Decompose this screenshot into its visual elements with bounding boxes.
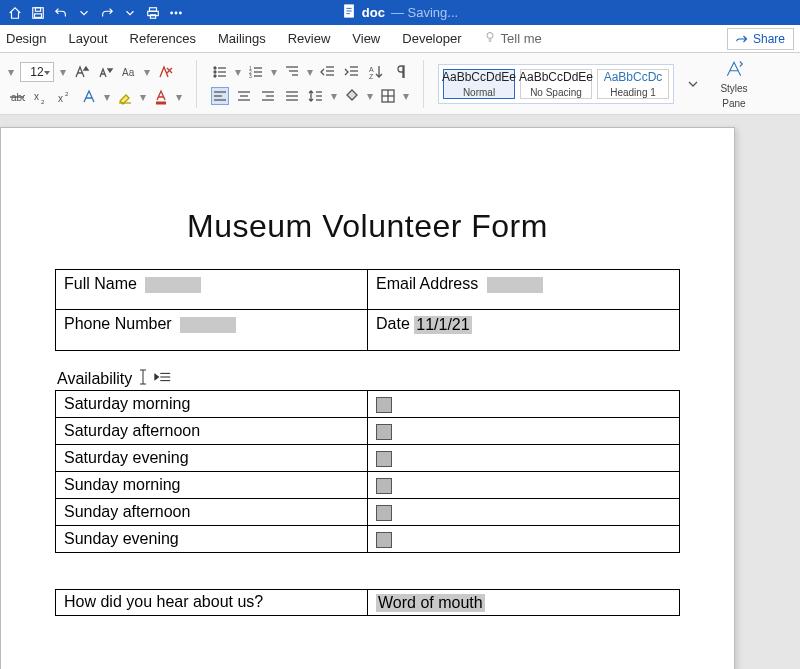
tab-references[interactable]: References [130,31,196,46]
tab-review[interactable]: Review [288,31,331,46]
sort-icon[interactable]: AZ [367,63,385,81]
availability-slot[interactable]: Saturday evening [56,444,368,471]
home-icon[interactable] [8,6,22,20]
availability-slot[interactable]: Saturday morning [56,390,368,417]
checkbox[interactable] [376,478,392,494]
increase-indent-icon[interactable] [343,63,361,81]
styles-more-icon[interactable] [684,75,702,93]
borders-icon[interactable] [379,87,397,105]
availability-check-cell[interactable] [368,525,680,552]
line-spacing-icon[interactable] [307,87,325,105]
style-heading-1[interactable]: AaBbCcDc Heading 1 [597,69,669,99]
tab-layout[interactable]: Layout [68,31,107,46]
paragraph-marks-icon[interactable] [391,63,409,81]
document-canvas[interactable]: Museum Volunteer Form Full Name Email Ad… [0,115,800,669]
email-cell[interactable]: Email Address [368,270,680,310]
menu-bar: Design Layout References Mailings Review… [0,25,800,53]
ribbon: ▾ 12 ▾ Aa ▾ abc x2 x2 ▾ ▾ ▾ ▾ 123▾ [0,53,800,115]
multilevel-list-icon[interactable] [283,63,301,81]
styles-pane-button[interactable]: Styles Pane [712,59,756,109]
full-name-field[interactable] [145,277,201,293]
availability-check-cell[interactable] [368,390,680,417]
decrease-font-icon[interactable] [96,63,114,81]
font-color-icon[interactable] [152,88,170,106]
svg-point-8 [180,12,182,14]
numbering-icon[interactable]: 123 [247,63,265,81]
word-doc-icon [342,4,356,21]
align-center-icon[interactable] [235,87,253,105]
availability-check-cell[interactable] [368,417,680,444]
svg-rect-9 [344,5,353,17]
availability-check-cell[interactable] [368,498,680,525]
decrease-indent-icon[interactable] [319,63,337,81]
change-case-icon[interactable]: Aa [120,63,138,81]
print-icon[interactable] [146,6,160,20]
justify-icon[interactable] [283,87,301,105]
availability-slot[interactable]: Sunday evening [56,525,368,552]
date-field[interactable]: 11/1/21 [414,316,471,334]
svg-text:Z: Z [369,73,374,80]
tab-design[interactable]: Design [6,31,46,46]
clear-formatting-icon[interactable] [156,63,174,81]
checkbox[interactable] [376,424,392,440]
undo-icon[interactable] [54,6,68,20]
availability-check-cell[interactable] [368,471,680,498]
font-size-selector[interactable]: 12 [20,62,54,82]
availability-check-cell[interactable] [368,444,680,471]
highlight-icon[interactable] [116,88,134,106]
svg-text:2: 2 [41,99,45,105]
ribbon-font-group: ▾ 12 ▾ Aa ▾ abc x2 x2 ▾ ▾ ▾ [8,62,182,106]
svg-point-7 [175,12,177,14]
table-row: Sunday morning [56,471,680,498]
phone-field[interactable] [180,317,236,333]
tell-me-search[interactable]: Tell me [484,31,542,46]
availability-slot[interactable]: Sunday morning [56,471,368,498]
strikethrough-icon[interactable]: abc [8,88,26,106]
align-right-icon[interactable] [259,87,277,105]
tab-view[interactable]: View [352,31,380,46]
hear-answer-cell[interactable]: Word of mouth [368,589,680,615]
checkbox[interactable] [376,397,392,413]
document-page[interactable]: Museum Volunteer Form Full Name Email Ad… [0,127,735,669]
svg-text:x: x [34,91,39,102]
phone-cell[interactable]: Phone Number [56,310,368,351]
style-no-spacing[interactable]: AaBbCcDdEe No Spacing [520,69,592,99]
title-bar: doc — Saving... [0,0,800,25]
superscript-icon[interactable]: x2 [56,88,74,106]
save-icon[interactable] [31,6,45,20]
bullets-icon[interactable] [211,63,229,81]
svg-text:Aa: Aa [122,67,135,78]
full-name-cell[interactable]: Full Name [56,270,368,310]
redo-icon[interactable] [100,6,114,20]
tab-developer[interactable]: Developer [402,31,461,46]
availability-slot[interactable]: Saturday afternoon [56,417,368,444]
share-button[interactable]: Share [727,28,794,50]
hear-answer-field[interactable]: Word of mouth [376,594,485,612]
email-label: Email Address [376,275,478,292]
checkbox[interactable] [376,505,392,521]
table-row: Saturday evening [56,444,680,471]
full-name-label: Full Name [64,275,137,292]
document-title: Museum Volunteer Form [55,208,680,245]
email-field[interactable] [487,277,543,293]
tab-mailings[interactable]: Mailings [218,31,266,46]
hear-question-cell[interactable]: How did you hear about us? [56,589,368,615]
availability-slot[interactable]: Sunday afternoon [56,498,368,525]
style-normal[interactable]: AaBbCcDdEe Normal [443,69,515,99]
date-cell[interactable]: Date 11/1/21 [368,310,680,351]
styles-pane-icon [724,59,744,79]
availability-label-row: Availability [57,369,680,388]
chevron-down-icon[interactable] [77,6,91,20]
text-effects-icon[interactable] [80,88,98,106]
save-status: — Saving... [391,5,458,20]
table-row: Sunday afternoon [56,498,680,525]
checkbox[interactable] [376,532,392,548]
checkbox[interactable] [376,451,392,467]
align-left-icon[interactable] [211,87,229,105]
chevron-down-icon[interactable] [123,6,137,20]
svg-point-20 [214,67,216,69]
increase-font-icon[interactable] [72,63,90,81]
shading-icon[interactable] [343,87,361,105]
subscript-icon[interactable]: x2 [32,88,50,106]
more-icon[interactable] [169,6,183,20]
